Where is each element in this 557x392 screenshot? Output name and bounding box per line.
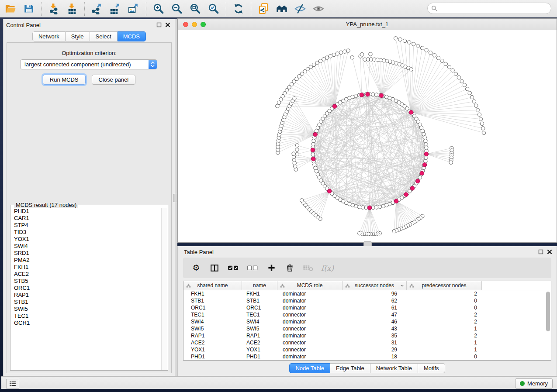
mcds-result-item[interactable]: PHD1 [11, 208, 161, 215]
graph-leaf-node[interactable] [463, 83, 466, 87]
mcds-graph-node[interactable] [404, 193, 408, 197]
graph-leaf-node[interactable] [318, 59, 322, 63]
mcds-graph-node[interactable] [394, 199, 398, 203]
delete-row-button[interactable] [284, 262, 295, 274]
column-header-MCDS-role[interactable]: MCDS role [277, 281, 343, 290]
graph-leaf-node[interactable] [295, 148, 299, 151]
memory-button[interactable]: Memory [515, 378, 553, 389]
first-neighbors-button[interactable] [274, 2, 290, 16]
mcds-graph-node[interactable] [366, 92, 370, 96]
mcds-graph-node[interactable] [311, 157, 316, 161]
graph-node[interactable] [424, 139, 427, 142]
graph-leaf-node[interactable] [465, 87, 469, 91]
mcds-result-item[interactable]: STB1 [11, 299, 161, 306]
graph-leaf-node[interactable] [403, 39, 406, 42]
graph-node[interactable] [422, 132, 426, 136]
graph-leaf-node[interactable] [420, 46, 424, 50]
import-network-button[interactable] [46, 2, 62, 16]
graph-leaf-node[interactable] [332, 53, 336, 56]
run-mcds-button[interactable]: Run MCDS [43, 75, 86, 85]
zoom-out-button[interactable] [169, 2, 185, 16]
mcds-result-item[interactable]: STP4 [11, 222, 161, 229]
tab-network[interactable]: Network [32, 31, 66, 41]
graph-leaf-node[interactable] [479, 117, 483, 121]
graph-leaf-node[interactable] [408, 41, 411, 44]
graph-node[interactable] [311, 142, 315, 146]
table-row[interactable]: RAP1RAP1dominator352 [183, 332, 551, 339]
graph-leaf-node[interactable] [358, 231, 361, 235]
deselect-all-button[interactable] [247, 262, 258, 274]
mcds-result-item[interactable]: PMA2 [11, 257, 161, 264]
export-table-button[interactable] [107, 2, 123, 16]
table-row[interactable]: STB1STB1dominator620 [183, 297, 551, 304]
graph-leaf-node[interactable] [472, 100, 476, 103]
mcds-graph-node[interactable] [422, 163, 427, 167]
import-table-button[interactable] [64, 2, 80, 16]
graph-leaf-node[interactable] [350, 56, 354, 59]
graph-node[interactable] [371, 93, 375, 96]
add-row-button[interactable] [266, 262, 277, 274]
graph-leaf-node[interactable] [460, 79, 464, 83]
graph-node[interactable] [354, 204, 358, 208]
export-image-button[interactable] [126, 2, 142, 16]
graph-leaf-node[interactable] [468, 91, 471, 95]
float-window-icon[interactable] [156, 22, 162, 28]
mcds-result-list[interactable]: PHD1CAR1STP4TID3YOX1SWI4SRD1PMA2FKH1ACE2… [11, 208, 161, 370]
graph-leaf-node[interactable] [329, 55, 332, 58]
tab-select[interactable]: Select [90, 31, 118, 41]
mcds-result-item[interactable]: RAP1 [11, 292, 161, 299]
table-row[interactable]: SWI5SWI5connector431 [183, 325, 551, 332]
mcds-graph-node[interactable] [311, 148, 315, 152]
graph-leaf-node[interactable] [457, 76, 460, 79]
show-all-button[interactable] [311, 2, 326, 16]
graph-leaf-node[interactable] [440, 59, 444, 62]
table-row[interactable]: YOX1YOX1connector291 [183, 346, 551, 353]
table-row[interactable]: ORC1ORC1dominator610 [183, 304, 551, 311]
close-panel-icon[interactable] [165, 22, 170, 28]
mcds-graph-node[interactable] [379, 93, 384, 98]
tab-motifs[interactable]: Motifs [418, 363, 445, 373]
graph-leaf-node[interactable] [293, 96, 296, 100]
show-panels-list-button[interactable] [6, 379, 19, 389]
search-input[interactable] [440, 5, 547, 12]
tab-style[interactable]: Style [66, 31, 90, 41]
zoom-selected-button[interactable] [206, 2, 221, 16]
tab-network-table[interactable]: Network Table [370, 363, 418, 373]
graph-leaf-node[interactable] [409, 68, 413, 71]
mcds-graph-node[interactable] [367, 206, 372, 210]
node-table[interactable]: shared namenameMCDS rolesuccessor nodesp… [183, 281, 551, 361]
table-row[interactable]: SWI4SWI4dominator462 [183, 318, 551, 325]
table-row[interactable]: ACE2ACE2connector311 [183, 339, 551, 346]
graph-leaf-node[interactable] [449, 161, 453, 164]
mcds-graph-node[interactable] [415, 179, 420, 183]
graph-leaf-node[interactable] [398, 38, 402, 41]
graph-node[interactable] [313, 163, 316, 166]
tab-mcds[interactable]: MCDS [118, 31, 146, 41]
mcds-result-item[interactable]: SWI4 [11, 243, 161, 250]
graph-leaf-node[interactable] [480, 122, 484, 125]
graph-node[interactable] [351, 95, 354, 99]
save-session-button[interactable] [21, 2, 37, 16]
close-panel-icon[interactable] [547, 249, 552, 254]
mcds-result-item[interactable]: FKH1 [11, 264, 161, 271]
graph-leaf-node[interactable] [322, 58, 325, 61]
graph-node[interactable] [312, 139, 315, 142]
mcds-graph-node[interactable] [420, 171, 424, 175]
graph-leaf-node[interactable] [300, 199, 304, 202]
mcds-result-item[interactable]: ORC1 [11, 285, 161, 292]
mcds-result-item[interactable]: GCR1 [11, 320, 161, 327]
graph-node[interactable] [357, 205, 361, 209]
zoom-in-button[interactable] [151, 2, 166, 16]
mcds-result-item[interactable]: ACE2 [11, 271, 161, 278]
graph-leaf-node[interactable] [416, 44, 420, 48]
mcds-graph-node[interactable] [327, 189, 332, 193]
hide-selected-button[interactable] [292, 2, 308, 16]
graph-node[interactable] [375, 206, 378, 209]
graph-leaf-node[interactable] [292, 152, 295, 155]
graph-node[interactable] [424, 156, 428, 160]
mcds-result-item[interactable]: TEC1 [11, 313, 161, 320]
graph-leaf-node[interactable] [412, 42, 415, 46]
column-header-shared-name[interactable]: shared name [183, 281, 242, 290]
graph-leaf-node[interactable] [392, 229, 396, 233]
graph-node[interactable] [361, 206, 364, 209]
